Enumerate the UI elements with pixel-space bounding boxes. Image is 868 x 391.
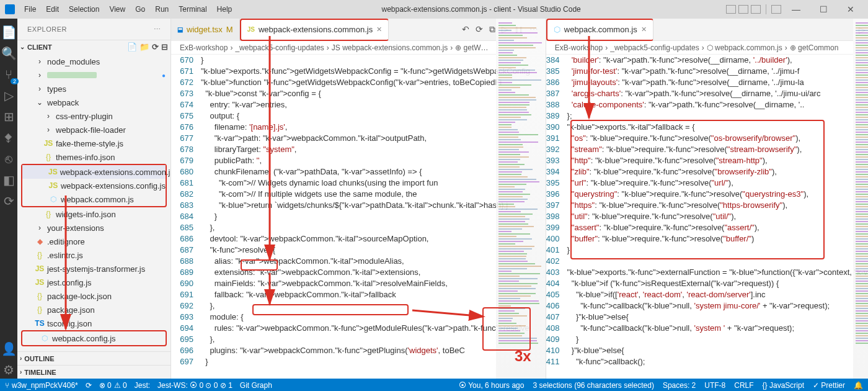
spaces-status[interactable]: Spaces: 2: [663, 381, 696, 390]
close-tab-icon[interactable]: ✕: [376, 25, 382, 34]
refresh-icon[interactable]: ⟳: [476, 24, 483, 35]
tree-item[interactable]: JSjest-systemjs-transformer.js: [17, 262, 170, 276]
vscode-icon: [5, 4, 15, 14]
fallback-highlight: [252, 304, 409, 315]
tab-webpack-extensions[interactable]: JSwebpack-extensions.common.js✕: [240, 19, 389, 41]
tree-item[interactable]: ◆.editignore: [17, 235, 170, 248]
prettier-status[interactable]: ✓ Prettier: [813, 381, 845, 390]
timeline-section[interactable]: ›TIMELINE: [17, 365, 170, 379]
docker-icon[interactable]: ◧: [0, 171, 17, 189]
tree-item[interactable]: ⌄webpack: [17, 96, 170, 109]
folder-section[interactable]: ⌄CLIENT 📄 📁 ⟳ ⊟: [17, 40, 170, 53]
tree-item[interactable]: {}widgets-info.json: [17, 207, 170, 221]
account-icon[interactable]: 👤: [0, 340, 17, 357]
notifications-icon[interactable]: 🔔: [854, 381, 863, 390]
status-bar: ⑂ w3w_npmPckV406* ⟳ ⊗ 0 ⚠ 0 Jest: Jest-W…: [0, 379, 868, 391]
search-icon[interactable]: 🔍: [0, 45, 17, 62]
tree-item[interactable]: {}package.json: [17, 303, 170, 317]
outline-section[interactable]: ›OUTLINE: [17, 351, 170, 365]
tree-item[interactable]: ›css-entry-plugin: [17, 109, 170, 123]
tab-bar-right: ⬡webpack.common.js✕ ▷ ⫿⫿ ⋯: [546, 19, 868, 41]
more-icon[interactable]: ⋯: [154, 25, 161, 34]
explorer-sidebar: EXPLORER⋯ ⌄CLIENT 📄 📁 ⟳ ⊟ ›node_modules›…: [17, 19, 171, 379]
close-button[interactable]: ✕: [838, 4, 863, 14]
git-graph-status[interactable]: Git Graph: [240, 381, 272, 390]
maximize-button[interactable]: ☐: [811, 4, 836, 14]
sync-status[interactable]: ⟳: [86, 381, 92, 390]
window-controls: — ☐ ✕: [726, 4, 863, 14]
breadcrumb-left[interactable]: ExB-workshop› _webpack5-config-updates› …: [171, 41, 546, 55]
minimap-right[interactable]: [853, 19, 868, 379]
eol-status[interactable]: CRLF: [734, 381, 753, 390]
jest-status[interactable]: Jest:: [135, 381, 150, 390]
live-share-icon[interactable]: ⟳: [0, 192, 17, 210]
menu-view[interactable]: View: [105, 2, 130, 16]
menu-go[interactable]: Go: [131, 2, 149, 16]
tree-item[interactable]: ⬡webpack.common.js: [22, 192, 166, 206]
breadcrumb-right[interactable]: ExB-workshop› _webpack5-config-updates› …: [546, 41, 868, 55]
tree-item[interactable]: {}package-lock.json: [17, 289, 170, 303]
history-icon[interactable]: ↶: [462, 24, 469, 35]
explorer-icon[interactable]: 📄: [0, 24, 17, 41]
resolve-highlight: [241, 259, 278, 271]
menu-edit[interactable]: Edit: [42, 2, 63, 16]
menu-selection[interactable]: Selection: [64, 2, 104, 16]
tree-item[interactable]: ›webpack-file-loader: [17, 123, 170, 137]
tree-item[interactable]: JSwebpack-extensions.common.js: [22, 165, 166, 179]
encoding-status[interactable]: UTF-8: [704, 381, 725, 390]
selection-status[interactable]: 3 selections (96 characters selected): [533, 381, 653, 390]
language-status[interactable]: {} JavaScript: [763, 381, 804, 390]
title-bar: File Edit Selection View Go Run Terminal…: [0, 0, 868, 19]
window-title: webpack-extensions.common.js - client - …: [236, 5, 726, 14]
blame-status[interactable]: ⦿ You, 6 hours ago: [459, 381, 524, 390]
remote-icon[interactable]: ⎋: [0, 150, 17, 168]
fallback-block-highlight: [570, 120, 825, 259]
tab-webpack-common[interactable]: ⬡webpack.common.js✕: [546, 19, 653, 41]
layout-icon[interactable]: [738, 5, 748, 14]
settings-icon[interactable]: ⚙: [0, 361, 17, 379]
layout-icon[interactable]: [726, 5, 736, 14]
activity-bar: 📄 🔍 ⑂2 ▷ ⊞ ⧪ ⎋ ◧ ⟳ 👤 ⚙: [0, 19, 17, 379]
source-control-icon[interactable]: ⑂2: [0, 66, 17, 83]
tab-bar-left: ⬓widget.tsx M JSwebpack-extensions.commo…: [171, 19, 546, 41]
minimap-highlight: [482, 307, 531, 351]
explorer-header: EXPLORER⋯: [17, 19, 170, 40]
tree-item[interactable]: ›types: [17, 82, 170, 96]
compare-icon[interactable]: ⧉: [489, 24, 495, 35]
tree-item[interactable]: ›your-extensions: [17, 221, 170, 235]
new-folder-icon[interactable]: 📁: [140, 42, 149, 52]
testing-icon[interactable]: ⧪: [0, 129, 17, 146]
new-file-icon[interactable]: 📄: [127, 42, 137, 52]
tree-item[interactable]: JSjest.config.js: [17, 276, 170, 289]
menu-file[interactable]: File: [20, 2, 40, 16]
tree-item[interactable]: {}themes-info.json: [17, 150, 170, 164]
annotation-3x: 3x: [515, 348, 531, 365]
layout-icon[interactable]: [771, 5, 781, 14]
file-tree: ›node_modules›●›types⌄webpack›css-entry-…: [17, 53, 170, 351]
minimize-button[interactable]: —: [784, 4, 808, 14]
menu-run[interactable]: Run: [151, 2, 173, 16]
jest-ws-status[interactable]: Jest-WS: ⦿ 0 ⊙ 0 ⊘ 1: [157, 381, 232, 390]
tree-item[interactable]: ›node_modules: [17, 55, 170, 68]
tree-item[interactable]: JSfake-theme-style.js: [17, 137, 170, 150]
run-debug-icon[interactable]: ▷: [0, 87, 17, 104]
problems-status[interactable]: ⊗ 0 ⚠ 0: [99, 381, 127, 390]
close-tab-icon[interactable]: ✕: [641, 25, 647, 34]
tab-widget-tsx[interactable]: ⬓widget.tsx M: [171, 19, 240, 41]
extensions-icon[interactable]: ⊞: [0, 108, 17, 125]
refresh-icon[interactable]: ⟳: [152, 42, 159, 52]
menu-terminal[interactable]: Terminal: [174, 2, 211, 16]
collapse-icon[interactable]: ⊟: [161, 42, 168, 52]
tree-item[interactable]: ›●: [17, 68, 170, 82]
tree-item[interactable]: JSwebpack-extensions.config.js: [22, 179, 166, 192]
layout-icon[interactable]: [751, 5, 761, 14]
menu-bar: File Edit Selection View Go Run Terminal…: [20, 2, 236, 16]
tree-item[interactable]: {}.eslintrc.js: [17, 248, 170, 262]
tree-item[interactable]: ⬡webpack.config.js: [22, 331, 166, 345]
menu-help[interactable]: Help: [213, 2, 237, 16]
branch-status[interactable]: ⑂ w3w_npmPckV406*: [5, 381, 78, 390]
tree-item[interactable]: TStsconfig.json: [17, 317, 170, 330]
